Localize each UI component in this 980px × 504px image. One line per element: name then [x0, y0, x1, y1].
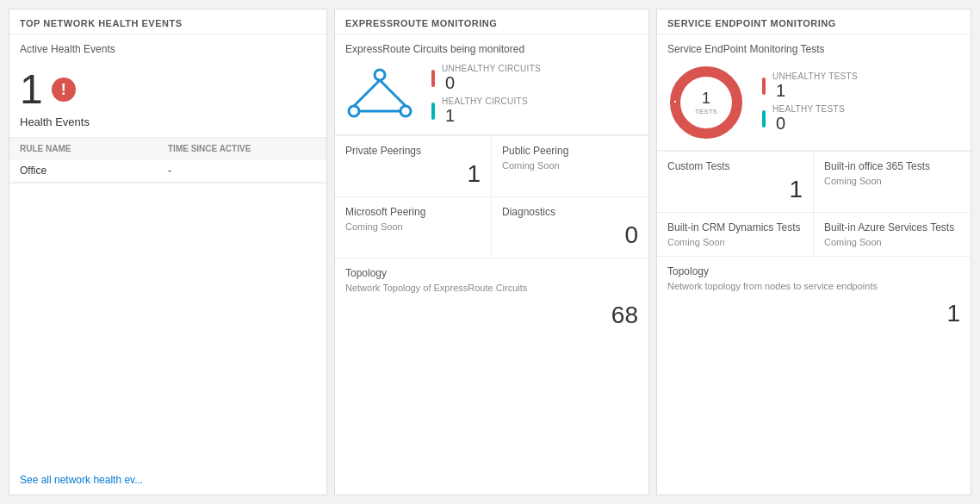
rule-name-cell: Office	[20, 165, 168, 177]
sem-crm-dynamics-tests[interactable]: Built-in CRM Dynamics Tests Coming Soon	[657, 213, 814, 257]
unhealthy-circuits-label: UNHEALTHY CIRCUITS 0	[442, 64, 541, 93]
healthy-bar	[431, 103, 435, 120]
er-stats: UNHEALTHY CIRCUITS 0 HEALTHY CIRCUITS 1	[431, 64, 541, 126]
health-label: Health Events	[20, 115, 316, 128]
healthy-tests-row: HEALTHY TESTS 0	[762, 104, 858, 134]
sem-section: Service EndPoint Monitoring Tests 1 TEST…	[657, 34, 971, 151]
sem-office365-tests[interactable]: Built-in office 365 Tests Coming Soon	[814, 152, 971, 213]
er-diagnostics[interactable]: Diagnostics 0	[492, 197, 648, 258]
er-public-peering[interactable]: Public Peering Coming Soon	[492, 136, 648, 197]
healthy-tests-bar	[762, 110, 766, 128]
middle-panel-title: EXPRESSROUTE MONITORING	[335, 9, 648, 34]
svg-line-4	[380, 80, 406, 106]
sem-subtitle: Service EndPoint Monitoring Tests	[667, 43, 960, 55]
sem-grid: Custom Tests 1 Built-in office 365 Tests…	[657, 151, 971, 336]
table-header-row: RULE NAME TIME SINCE ACTIVE	[9, 138, 326, 159]
unhealthy-circuits-row: UNHEALTHY CIRCUITS 0	[431, 64, 541, 93]
sem-custom-tests[interactable]: Custom Tests 1	[657, 152, 814, 213]
left-panel: TOP NETWORK HEALTH EVENTS Active Health …	[9, 9, 327, 495]
unhealthy-bar	[431, 70, 435, 87]
unhealthy-tests-stat: UNHEALTHY TESTS 1	[772, 72, 858, 101]
right-panel-title: SERVICE ENDPOINT MONITORING	[657, 9, 971, 34]
health-events-subtitle: Active Health Events	[20, 43, 316, 55]
er-microsoft-peering[interactable]: Microsoft Peering Coming Soon	[335, 197, 492, 258]
svg-point-0	[375, 70, 385, 80]
er-monitor-row: UNHEALTHY CIRCUITS 0 HEALTHY CIRCUITS 1	[345, 64, 638, 126]
left-panel-title: TOP NETWORK HEALTH EVENTS	[9, 9, 326, 34]
healthy-circuits-value: 1	[445, 106, 528, 126]
middle-panel: EXPRESSROUTE MONITORING ExpressRoute Cir…	[334, 9, 649, 495]
er-subtitle: ExpressRoute Circuits being monitored	[345, 43, 638, 55]
expressroute-section: ExpressRoute Circuits being monitored	[335, 34, 648, 135]
healthy-circuits-row: HEALTHY CIRCUITS 1	[431, 96, 541, 126]
sem-monitor-row: 1 TESTS UNHEALTHY TESTS 1	[667, 64, 960, 141]
network-triangle-icon	[345, 68, 414, 120]
right-panel: SERVICE ENDPOINT MONITORING Service EndP…	[656, 9, 971, 495]
expressroute-icon	[345, 68, 414, 122]
er-grid: Private Peerings 1 Public Peering Coming…	[335, 135, 648, 338]
left-spacer	[9, 184, 326, 465]
unhealthy-tests-bar	[762, 78, 766, 95]
see-all-link[interactable]: See all network health ev...	[9, 465, 326, 495]
health-events-table: RULE NAME TIME SINCE ACTIVE Office -	[9, 138, 326, 184]
table-row: Office -	[9, 159, 326, 183]
dashboard: TOP NETWORK HEALTH EVENTS Active Health …	[0, 0, 980, 504]
er-private-peerings[interactable]: Private Peerings 1	[335, 136, 492, 197]
healthy-tests-value: 0	[776, 114, 845, 134]
unhealthy-tests-row: UNHEALTHY TESTS 1	[762, 72, 858, 101]
sem-topology[interactable]: Topology Network topology from nodes to …	[657, 257, 971, 336]
unhealthy-circuits-value: 0	[445, 73, 541, 93]
health-count-row: 1 !	[20, 69, 316, 110]
health-events-section: Active Health Events 1 ! Health Events	[9, 34, 326, 138]
error-icon: !	[52, 78, 76, 102]
rule-name-header: RULE NAME	[20, 144, 168, 153]
sem-stats: UNHEALTHY TESTS 1 HEALTHY TESTS 0	[762, 72, 858, 134]
svg-point-2	[400, 106, 411, 116]
time-since-active-cell: -	[168, 165, 316, 177]
health-count-number: 1	[20, 69, 43, 110]
sem-azure-services-tests[interactable]: Built-in Azure Services Tests Coming Soo…	[814, 213, 971, 257]
svg-line-3	[354, 80, 380, 106]
healthy-tests-stat: HEALTHY TESTS 0	[772, 104, 845, 134]
unhealthy-tests-value: 1	[776, 81, 858, 101]
healthy-circuits-label: HEALTHY CIRCUITS 1	[442, 96, 528, 126]
er-topology[interactable]: Topology Network Topology of ExpressRout…	[335, 258, 648, 338]
donut-chart: 1 TESTS	[667, 64, 745, 141]
donut-center: 1 TESTS	[695, 90, 717, 115]
svg-point-1	[349, 106, 359, 116]
time-since-active-header: TIME SINCE ACTIVE	[168, 144, 316, 153]
